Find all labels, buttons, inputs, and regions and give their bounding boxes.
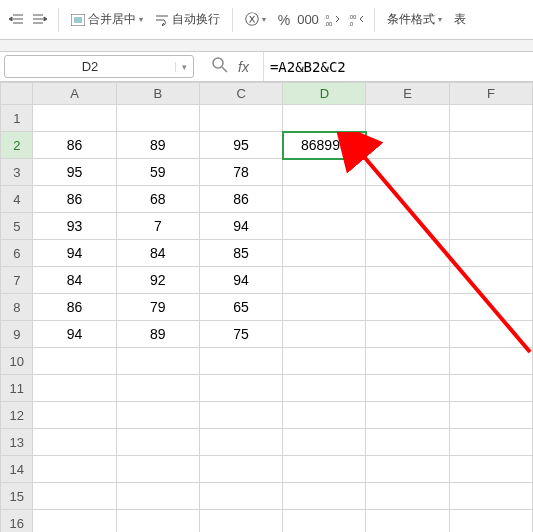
cell[interactable]: [366, 294, 449, 321]
cell[interactable]: [366, 402, 449, 429]
cell[interactable]: 84: [33, 267, 116, 294]
cell[interactable]: [199, 375, 282, 402]
cell[interactable]: [199, 456, 282, 483]
chevron-down-icon[interactable]: ▾: [175, 62, 193, 72]
cell[interactable]: 92: [116, 267, 199, 294]
fx-icon[interactable]: fx: [238, 59, 249, 75]
cell[interactable]: [283, 267, 366, 294]
cell[interactable]: 89: [116, 132, 199, 159]
cell[interactable]: [366, 375, 449, 402]
cell[interactable]: 93: [33, 213, 116, 240]
name-box[interactable]: ▾: [4, 55, 194, 78]
cell[interactable]: [199, 105, 282, 132]
cell[interactable]: 68: [116, 186, 199, 213]
merge-center-button[interactable]: 合并居中 ▾: [67, 11, 147, 28]
formula-input[interactable]: [263, 52, 533, 81]
cell[interactable]: [449, 510, 532, 533]
row-header[interactable]: 2: [1, 132, 33, 159]
row-header[interactable]: 4: [1, 186, 33, 213]
row-header[interactable]: 8: [1, 294, 33, 321]
cell[interactable]: [366, 348, 449, 375]
cell[interactable]: [199, 402, 282, 429]
cell[interactable]: [116, 429, 199, 456]
wrap-text-button[interactable]: 自动换行: [151, 11, 224, 28]
increase-decimal-icon[interactable]: .0.00: [322, 10, 342, 30]
cell[interactable]: [283, 456, 366, 483]
indent-decrease-icon[interactable]: [6, 10, 26, 30]
cell[interactable]: [366, 132, 449, 159]
cell[interactable]: [33, 483, 116, 510]
cell[interactable]: [449, 402, 532, 429]
cell[interactable]: [116, 402, 199, 429]
cell[interactable]: [366, 240, 449, 267]
cell[interactable]: [366, 510, 449, 533]
cell[interactable]: [449, 132, 532, 159]
cell[interactable]: 94: [33, 240, 116, 267]
cell[interactable]: 75: [199, 321, 282, 348]
cell[interactable]: 85: [199, 240, 282, 267]
cell[interactable]: [366, 456, 449, 483]
cell[interactable]: [283, 348, 366, 375]
col-header[interactable]: D: [283, 83, 366, 105]
row-header[interactable]: 10: [1, 348, 33, 375]
cell[interactable]: [449, 456, 532, 483]
cell[interactable]: [449, 240, 532, 267]
cell[interactable]: 94: [199, 267, 282, 294]
cell[interactable]: 84: [116, 240, 199, 267]
cell[interactable]: [449, 213, 532, 240]
col-header[interactable]: C: [199, 83, 282, 105]
cell[interactable]: [449, 375, 532, 402]
cell[interactable]: [366, 159, 449, 186]
decrease-decimal-icon[interactable]: .00.0: [346, 10, 366, 30]
row-header[interactable]: 6: [1, 240, 33, 267]
conditional-format-button[interactable]: 条件格式 ▾: [383, 11, 446, 28]
cell[interactable]: [283, 429, 366, 456]
row-header[interactable]: 12: [1, 402, 33, 429]
col-header[interactable]: E: [366, 83, 449, 105]
cell[interactable]: [283, 375, 366, 402]
row-header[interactable]: 13: [1, 429, 33, 456]
row-header[interactable]: 5: [1, 213, 33, 240]
cell[interactable]: 95: [199, 132, 282, 159]
cell[interactable]: [449, 159, 532, 186]
cell[interactable]: 79: [116, 294, 199, 321]
cell[interactable]: [366, 483, 449, 510]
cell[interactable]: [283, 159, 366, 186]
cell[interactable]: [116, 105, 199, 132]
cell[interactable]: [366, 213, 449, 240]
row-header[interactable]: 1: [1, 105, 33, 132]
cell[interactable]: [199, 483, 282, 510]
cell[interactable]: [283, 510, 366, 533]
row-header[interactable]: 15: [1, 483, 33, 510]
cell[interactable]: 94: [199, 213, 282, 240]
row-header[interactable]: 16: [1, 510, 33, 533]
cell[interactable]: [283, 105, 366, 132]
cell[interactable]: [33, 429, 116, 456]
indent-increase-icon[interactable]: [30, 10, 50, 30]
cell[interactable]: [33, 456, 116, 483]
col-header[interactable]: F: [449, 83, 532, 105]
cell[interactable]: [283, 321, 366, 348]
row-header[interactable]: 3: [1, 159, 33, 186]
cell[interactable]: [33, 402, 116, 429]
cell[interactable]: [366, 267, 449, 294]
cell[interactable]: [366, 321, 449, 348]
cell[interactable]: [449, 267, 532, 294]
cell[interactable]: [449, 429, 532, 456]
cell[interactable]: [283, 240, 366, 267]
percent-icon[interactable]: %: [274, 10, 294, 30]
col-header[interactable]: A: [33, 83, 116, 105]
select-all-corner[interactable]: [1, 83, 33, 105]
cell[interactable]: [116, 456, 199, 483]
cell[interactable]: 7: [116, 213, 199, 240]
row-header[interactable]: 7: [1, 267, 33, 294]
name-box-input[interactable]: [5, 59, 175, 74]
cell[interactable]: [283, 294, 366, 321]
cell[interactable]: [33, 510, 116, 533]
cell[interactable]: 86: [199, 186, 282, 213]
col-header[interactable]: B: [116, 83, 199, 105]
comma-icon[interactable]: 000: [298, 10, 318, 30]
cell[interactable]: 86: [33, 294, 116, 321]
row-header[interactable]: 11: [1, 375, 33, 402]
cell[interactable]: 86: [33, 132, 116, 159]
